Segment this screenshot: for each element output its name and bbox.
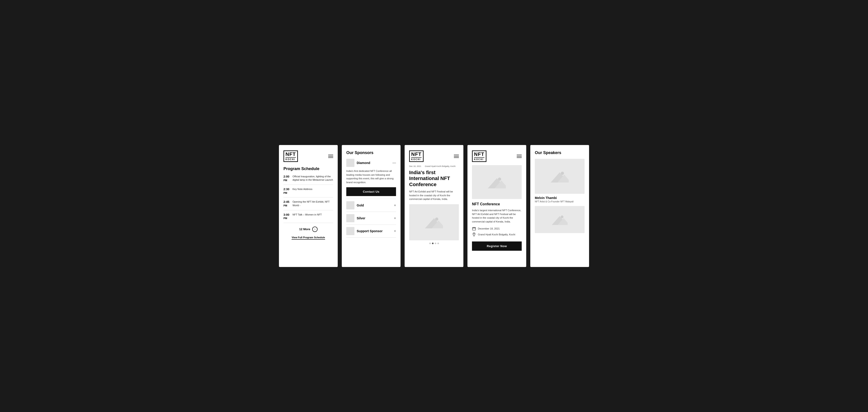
schedule-time-2: 2:30 PM bbox=[283, 187, 292, 195]
silver-name: Silver bbox=[357, 216, 365, 220]
event-venue-detail: Grand Hyatt Kochi Bolgatty, Kochi bbox=[472, 233, 522, 237]
diamond-collapse-icon[interactable]: — bbox=[393, 161, 396, 165]
diamond-logo bbox=[346, 159, 354, 167]
screen-sponsors: Our Sponsors Diamond — India's first ded… bbox=[342, 145, 401, 267]
support-name: Support Sponsor bbox=[357, 229, 382, 233]
sponsors-title: Our Sponsors bbox=[346, 150, 396, 155]
speaker-image-1 bbox=[535, 159, 585, 194]
silver-left: Silver bbox=[346, 214, 365, 222]
gold-logo bbox=[346, 201, 354, 209]
schedule-hour-3: 2:45 bbox=[283, 200, 292, 204]
conference-hero-title: India's first International NFT Conferen… bbox=[409, 170, 459, 187]
dot-3[interactable] bbox=[435, 243, 436, 244]
gold-tier[interactable]: Gold + bbox=[346, 199, 396, 212]
more-row[interactable]: 12 More ↑ bbox=[283, 227, 333, 232]
location-svg bbox=[472, 233, 475, 237]
schedule-desc-3: Opening the NFT Art Exhibit, NFT World - bbox=[292, 200, 333, 207]
schedule-hour-4: 3:00 bbox=[283, 213, 292, 217]
view-full-wrapper: View Full Program Schedule bbox=[283, 235, 333, 240]
dot-2[interactable] bbox=[432, 243, 434, 244]
support-expand-icon[interactable]: + bbox=[394, 229, 396, 233]
calendar-icon bbox=[472, 227, 476, 231]
screen1-header: NFT KOCHI bbox=[283, 150, 333, 162]
event-venue-text: Grand Hyatt Kochi Bolgatty, Kochi bbox=[478, 233, 515, 236]
screen-conference-info: NFT KOCHI NFT Conference India's largest… bbox=[467, 145, 526, 267]
hamburger-menu-3[interactable] bbox=[454, 155, 459, 158]
hamburger-menu[interactable] bbox=[328, 155, 333, 158]
nft-logo: NFT KOCHI bbox=[283, 150, 298, 162]
svg-rect-6 bbox=[472, 228, 475, 230]
location-icon bbox=[472, 233, 476, 237]
mountain-icon bbox=[425, 216, 443, 228]
more-label: 12 More bbox=[299, 228, 310, 231]
register-now-button[interactable]: Register Now bbox=[472, 241, 522, 251]
schedule-desc-1: Official Inauguration, lighting of the d… bbox=[292, 175, 333, 182]
screens-container: NFT KOCHI Program Schedule 2:00 PM Offic… bbox=[279, 145, 589, 267]
schedule-desc-2: Key Note Address bbox=[292, 187, 312, 191]
event-date-meta: Dec 18, 2021 bbox=[409, 165, 421, 167]
contact-us-button[interactable]: Contact Us bbox=[346, 187, 396, 196]
speaker-mountain-icon-2 bbox=[552, 214, 567, 225]
view-full-link[interactable]: View Full Program Schedule bbox=[291, 236, 325, 240]
schedule-item-4: 3:00 PM NFT Talk – Women in NFT bbox=[283, 213, 333, 223]
schedule-time-1: 2:00 PM bbox=[283, 175, 292, 182]
schedule-period-3: PM bbox=[283, 204, 292, 207]
silver-tier[interactable]: Silver + bbox=[346, 212, 396, 225]
speaker-mountain-icon-1 bbox=[551, 170, 569, 182]
support-left: Support Sponsor bbox=[346, 227, 382, 235]
diamond-header: Diamond — bbox=[346, 159, 396, 167]
program-schedule-title: Program Schedule bbox=[283, 167, 333, 171]
silver-logo bbox=[346, 214, 354, 222]
svg-point-10 bbox=[473, 233, 474, 234]
screen3-header: NFT KOCHI bbox=[409, 150, 459, 162]
schedule-item-3: 2:45 PM Opening the NFT Art Exhibit, NFT… bbox=[283, 200, 333, 210]
conference-info-desc: India's largest international NFT Confer… bbox=[472, 208, 522, 224]
schedule-period-2: PM bbox=[283, 191, 292, 195]
event-date-text: December 18, 2021 bbox=[478, 227, 500, 230]
diamond-name: Diamond bbox=[357, 161, 370, 165]
dot-1[interactable] bbox=[429, 243, 431, 244]
support-tier[interactable]: Support Sponsor + bbox=[346, 225, 396, 238]
dot-4[interactable] bbox=[437, 243, 439, 244]
speaker-name-1: Melvin Thambi bbox=[535, 196, 585, 200]
gold-expand-icon[interactable]: + bbox=[394, 203, 396, 207]
logo-kochi-text-3: KOCHI bbox=[411, 157, 422, 161]
screen-speakers: Our Speakers Melvin Thambi NFT Artist & … bbox=[530, 145, 589, 267]
diamond-left: Diamond bbox=[346, 159, 370, 167]
hero-image bbox=[409, 204, 459, 240]
logo-nft-text: NFT bbox=[285, 152, 296, 157]
conference-info-title: NFT Conference bbox=[472, 202, 522, 206]
schedule-time-4: 3:00 PM bbox=[283, 213, 292, 220]
nft-logo-4: NFT KOCHI bbox=[472, 150, 487, 162]
conference-hero-desc: NFT Art Exhibit and NFT Festival will be… bbox=[409, 190, 459, 201]
speaker-image-2 bbox=[535, 206, 585, 233]
silver-expand-icon[interactable]: + bbox=[394, 216, 396, 220]
screen-conference-hero: NFT KOCHI Dec 18, 2021 Grand Hyatt Kochi… bbox=[405, 145, 463, 267]
gold-name: Gold bbox=[357, 204, 364, 207]
speakers-title: Our Speakers bbox=[535, 150, 585, 155]
schedule-hour-1: 2:00 bbox=[283, 175, 292, 179]
conference-event-image bbox=[472, 165, 522, 199]
schedule-desc-4: NFT Talk – Women in NFT bbox=[292, 213, 322, 216]
diamond-desc: India's first dedicated NFT Conference a… bbox=[346, 169, 396, 184]
more-arrow-icon[interactable]: ↑ bbox=[311, 226, 319, 233]
logo-kochi-text-4: KOCHI bbox=[474, 157, 485, 161]
hamburger-menu-4[interactable] bbox=[517, 155, 522, 158]
support-logo bbox=[346, 227, 354, 235]
calendar-svg bbox=[472, 227, 476, 230]
gold-left: Gold bbox=[346, 201, 364, 209]
schedule-period-1: PM bbox=[283, 179, 292, 182]
diamond-tier: Diamond — India's first dedicated NFT Co… bbox=[346, 159, 396, 199]
logo-nft-text-4: NFT bbox=[474, 152, 485, 157]
schedule-item-2: 2:30 PM Key Note Address bbox=[283, 187, 333, 197]
event-meta: Dec 18, 2021 Grand Hyatt Kochi Bolgatty,… bbox=[409, 165, 459, 167]
event-location-meta: Grand Hyatt Kochi Bolgatty, Kochi bbox=[425, 165, 456, 167]
event-mountain-icon bbox=[488, 176, 506, 188]
logo-kochi-text: KOCHI bbox=[285, 157, 296, 161]
event-date-detail: December 18, 2021 bbox=[472, 227, 522, 231]
schedule-period-4: PM bbox=[283, 217, 292, 220]
logo-nft-text-3: NFT bbox=[411, 152, 422, 157]
speaker-title-1: NFT Artist & Co-Founder NFT Malayali bbox=[535, 200, 585, 203]
nft-logo-3: NFT KOCHI bbox=[409, 150, 424, 162]
schedule-time-3: 2:45 PM bbox=[283, 200, 292, 207]
